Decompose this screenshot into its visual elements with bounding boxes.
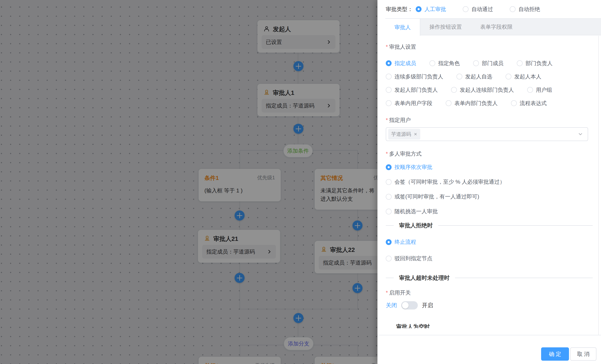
user-tag-text: 芋道源码 xyxy=(391,131,411,138)
radio-dot xyxy=(386,60,391,66)
radio-dot xyxy=(386,209,391,214)
tab-approver[interactable]: 审批人 xyxy=(385,19,420,36)
radio-label: 表单内部门负责人 xyxy=(454,100,498,107)
radio-dept-leader[interactable]: 部门负责人 xyxy=(517,60,552,67)
radio-dot xyxy=(473,60,479,66)
radio-label: 终止流程 xyxy=(394,238,416,246)
radio-label: 指定角色 xyxy=(438,60,460,67)
divider-line xyxy=(438,225,593,226)
radio-auto-reject[interactable]: 自动拒绝 xyxy=(510,6,540,13)
divider-line xyxy=(386,225,394,226)
config-tabs: 审批人 操作按钮设置 表单字段权限 xyxy=(385,18,601,35)
content-clip-mask xyxy=(377,328,601,335)
radio-initiator-choose[interactable]: 发起人自选 xyxy=(456,73,492,80)
footer-divider xyxy=(377,335,601,335)
radio-dot xyxy=(527,87,533,93)
switch-on-label: 开启 xyxy=(422,302,433,309)
radio-label: 自动通过 xyxy=(471,6,493,13)
tag-close-icon[interactable] xyxy=(414,132,417,136)
radio-label: 人工审批 xyxy=(424,6,446,13)
radio-label: 用户组 xyxy=(536,86,552,94)
radio-label: 发起人本人 xyxy=(514,73,541,80)
radio-label: 表单内用户字段 xyxy=(394,100,432,107)
radio-dot xyxy=(451,87,457,93)
radio-label: 连续多级部门负责人 xyxy=(394,73,443,80)
radio-form-dept-leader[interactable]: 表单内部门负责人 xyxy=(446,100,498,107)
radio-initiator-self[interactable]: 发起人本人 xyxy=(506,73,541,80)
radio-label: 会签（可同时审批，至少 % 人必须审批通过） xyxy=(394,178,505,185)
radio-dept-member[interactable]: 部门成员 xyxy=(473,60,503,67)
assigned-user-select[interactable]: 芋道源码 xyxy=(386,127,588,141)
tab-button-settings[interactable]: 操作按钮设置 xyxy=(420,19,471,35)
radio-dot xyxy=(386,256,391,262)
radio-dot xyxy=(456,74,462,80)
approver-setting-label: *审批人设置 xyxy=(386,43,593,51)
radio-terminate-process[interactable]: 终止流程 xyxy=(386,238,593,246)
radio-multi-level-dept-leader[interactable]: 连续多级部门负责人 xyxy=(386,73,443,80)
radio-label: 驳回到指定节点 xyxy=(394,255,432,262)
radio-initiator-multi-dept-leader[interactable]: 发起人连续部门负责人 xyxy=(451,86,514,94)
radio-dot xyxy=(517,60,523,66)
radio-label: 发起人连续部门负责人 xyxy=(460,86,514,94)
radio-manual-approve[interactable]: 人工审批 xyxy=(416,6,446,13)
divider-line xyxy=(455,278,593,278)
radio-label: 随机挑选一人审批 xyxy=(394,208,438,215)
radio-dot xyxy=(386,179,391,185)
radio-dot xyxy=(386,87,391,93)
radio-label: 或签(可同时审批，有一人通过即可) xyxy=(394,193,479,200)
radio-dot xyxy=(416,6,421,12)
divider-line xyxy=(386,278,394,278)
radio-label: 发起人自选 xyxy=(465,73,492,80)
radio-dot xyxy=(506,74,511,80)
multi-mode-radios: 按顺序依次审批 会签（可同时审批，至少 % 人必须审批通过） 或签(可同时审批，… xyxy=(386,163,593,222)
reject-section-divider: 审批人拒绝时 xyxy=(386,222,593,229)
radio-label: 部门成员 xyxy=(482,60,503,67)
required-asterisk: * xyxy=(386,44,388,50)
radio-orsign[interactable]: 或签(可同时审批，有一人通过即可) xyxy=(386,193,593,200)
radio-random-one[interactable]: 随机挑选一人审批 xyxy=(386,208,593,215)
required-asterisk: * xyxy=(386,117,388,123)
enable-toggle[interactable] xyxy=(401,301,418,310)
radio-label: 指定成员 xyxy=(394,60,416,67)
approve-type-label: 审批类型： xyxy=(386,6,413,13)
section-title: 审批人拒绝时 xyxy=(394,222,438,229)
approve-type-row: 审批类型： 人工审批 自动通过 自动拒绝 xyxy=(377,0,601,18)
confirm-button[interactable]: 确 定 xyxy=(541,347,569,361)
radio-dot xyxy=(386,164,391,170)
toggle-knob xyxy=(402,302,409,309)
required-asterisk: * xyxy=(386,151,388,157)
radio-label: 按顺序依次审批 xyxy=(394,163,432,171)
tab-form-field-permissions[interactable]: 表单字段权限 xyxy=(471,19,522,35)
radio-dot xyxy=(386,100,391,106)
radio-return-to-node[interactable]: 驳回到指定节点 xyxy=(386,255,593,262)
radio-assigned-role[interactable]: 指定角色 xyxy=(430,60,460,67)
radio-dot xyxy=(511,100,517,106)
bpm-designer-screen: 发起人 已设置 审批人1 指定成员：芋道源码 xyxy=(0,0,601,364)
radio-sequential[interactable]: 按顺序依次审批 xyxy=(386,163,593,171)
radio-label: 发起人部门负责人 xyxy=(394,86,438,94)
radio-initiator-dept-leader[interactable]: 发起人部门负责人 xyxy=(386,86,438,94)
radio-dot xyxy=(386,239,391,245)
radio-dot xyxy=(430,60,435,66)
radio-dot xyxy=(386,74,391,80)
chevron-down-icon xyxy=(578,131,583,137)
assigned-user-label: *指定用户 xyxy=(386,116,593,124)
radio-auto-pass[interactable]: 自动通过 xyxy=(463,6,493,13)
reject-radios: 终止流程 驳回到指定节点 xyxy=(386,238,593,262)
scrollbar[interactable] xyxy=(598,36,599,335)
radio-label: 自动拒绝 xyxy=(519,6,540,13)
radio-process-expression[interactable]: 流程表达式 xyxy=(511,100,547,107)
radio-dot xyxy=(463,6,469,12)
timeout-section-divider: 审批人超时未处理时 xyxy=(386,274,593,282)
cancel-button[interactable]: 取 消 xyxy=(570,347,596,361)
radio-form-user-field[interactable]: 表单内用户字段 xyxy=(386,100,432,107)
required-asterisk: * xyxy=(386,290,388,296)
radio-user-group[interactable]: 用户组 xyxy=(527,86,552,94)
enable-switch-label: *启用开关 xyxy=(386,289,593,296)
radio-countersign[interactable]: 会签（可同时审批，至少 % 人必须审批通过） xyxy=(386,178,593,185)
switch-off-label: 关闭 xyxy=(386,302,397,309)
multi-mode-label: *多人审批方式 xyxy=(386,150,593,157)
radio-assigned-member[interactable]: 指定成员 xyxy=(386,60,416,67)
approver-setting-radios: 指定成员 指定角色 部门成员 部门负责人 连续多级部门负责人 发起人自选 发起人… xyxy=(386,57,593,110)
radio-dot xyxy=(386,194,391,200)
